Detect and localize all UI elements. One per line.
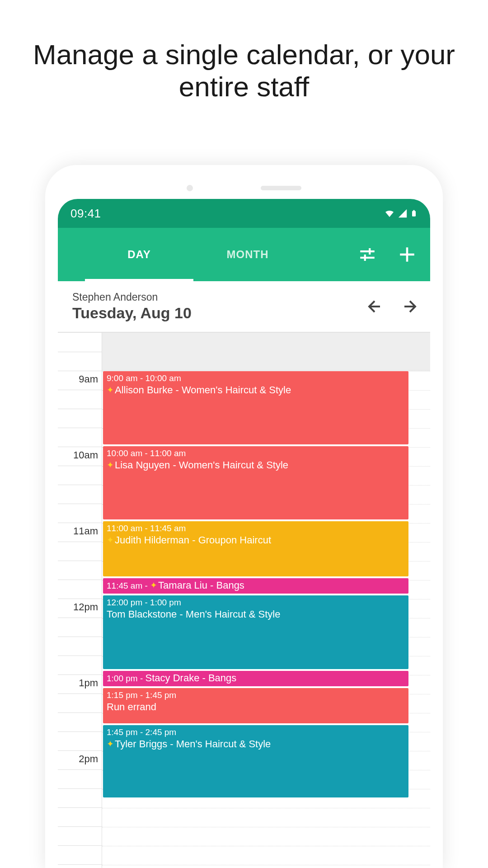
gutter-slot (58, 656, 102, 675)
svg-rect-1 (413, 210, 415, 211)
gutter-slot (58, 485, 102, 504)
phone-speaker-slit (261, 186, 301, 190)
star-icon: ✦ (107, 739, 114, 749)
time-label: 10am (73, 449, 98, 461)
date-header: Stephen Anderson Tuesday, Aug 10 (58, 281, 430, 333)
event-block[interactable]: 1:45 pm - 2:45 pm✦Tyler Briggs - Men's H… (103, 725, 408, 797)
event-block[interactable]: 11:45 am - ✦Tamara Liu - Bangs (103, 578, 408, 594)
gutter-slot (58, 542, 102, 561)
tab-day[interactable]: DAY (85, 228, 193, 281)
add-icon[interactable] (398, 245, 417, 264)
status-bar: 09:41 (58, 199, 430, 228)
star-icon: ✦ (107, 385, 114, 395)
gutter-slot (58, 713, 102, 732)
gutter-slot (58, 390, 102, 409)
time-label: 11am (73, 525, 98, 537)
gutter-slot (58, 561, 102, 580)
tab-bar: DAY MONTH (58, 228, 430, 281)
status-time: 09:41 (70, 207, 101, 221)
status-icons (384, 208, 418, 219)
signal-icon (398, 208, 408, 218)
gutter-slot (58, 428, 102, 447)
star-icon: ✦ (150, 580, 157, 590)
event-block[interactable]: 11:00 am - 11:45 am✦Judith Hilderman - G… (103, 521, 408, 576)
time-label: 2pm (79, 753, 98, 765)
gutter-slot (58, 409, 102, 428)
phone-camera-dot (187, 185, 193, 191)
gutter-slot (58, 504, 102, 523)
gutter-slot (58, 770, 102, 789)
time-label: 12pm (73, 601, 98, 613)
phone-frame: 09:41 DAY MONTH (45, 165, 443, 868)
marketing-headline: Manage a single calendar, or your entire… (0, 0, 488, 103)
time-label: 1pm (79, 677, 98, 689)
gutter-slot (58, 732, 102, 751)
grid-line (102, 808, 430, 808)
gutter-slot (58, 865, 102, 868)
gutter-slot (58, 694, 102, 713)
events-column: 9:00 am - 10:00 am✦Allison Burke - Women… (102, 333, 409, 868)
wifi-icon (384, 208, 395, 219)
gutter-slot (58, 637, 102, 656)
star-icon: ✦ (107, 535, 114, 545)
gutter-slot (58, 827, 102, 846)
star-icon: ✦ (107, 460, 114, 470)
next-day-icon[interactable] (403, 298, 419, 315)
grid-line (102, 827, 430, 827)
event-block[interactable]: 9:00 am - 10:00 am✦Allison Burke - Women… (103, 371, 408, 444)
gutter-slot (58, 808, 102, 827)
gutter-slot (58, 352, 102, 371)
gutter-slot (58, 618, 102, 637)
gutter-slot (58, 846, 102, 865)
event-block[interactable]: 12:00 pm - 1:00 pmTom Blackstone - Men's… (103, 595, 408, 669)
event-block[interactable]: 1:15 pm - 1:45 pmRun errand (103, 688, 408, 723)
svg-rect-0 (412, 211, 416, 217)
time-gutter: 9am10am11am12pm1pm2pm (58, 333, 102, 868)
screen: 09:41 DAY MONTH (58, 199, 430, 868)
gutter-slot (58, 333, 102, 352)
staff-name: Stephen Anderson (72, 291, 192, 303)
filter-sliders-icon[interactable] (358, 245, 377, 264)
allday-band (102, 333, 430, 371)
tab-month[interactable]: MONTH (193, 228, 302, 281)
event-block[interactable]: 10:00 am - 11:00 am✦Lisa Nguyen - Women'… (103, 446, 408, 519)
gutter-slot (58, 466, 102, 485)
event-block[interactable]: 1:00 pm - Stacy Drake - Bangs (103, 671, 408, 686)
battery-icon (410, 208, 418, 219)
time-label: 9am (79, 373, 98, 385)
current-date: Tuesday, Aug 10 (72, 304, 192, 322)
grid-line (102, 865, 430, 865)
day-calendar[interactable]: 9am10am11am12pm1pm2pm 9:00 am - 10:00 am… (58, 333, 430, 868)
prev-day-icon[interactable] (365, 298, 381, 315)
gutter-slot (58, 789, 102, 808)
gutter-slot (58, 580, 102, 599)
grid-line (102, 846, 430, 846)
